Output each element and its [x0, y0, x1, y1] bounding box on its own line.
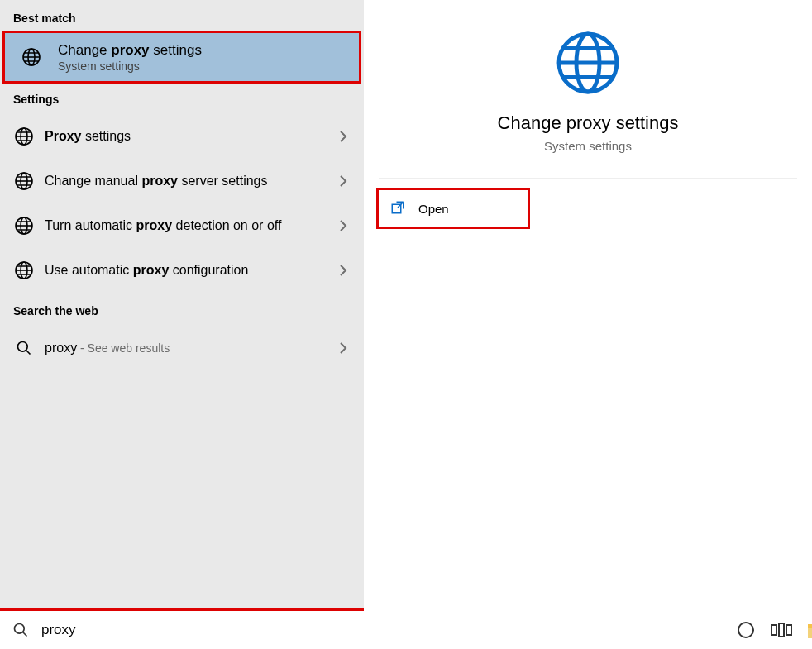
taskbar: DELL W	[728, 611, 812, 649]
settings-item-label: Proxy settings	[45, 129, 336, 144]
chevron-right-icon	[336, 263, 351, 278]
globe-icon	[13, 260, 35, 281]
file-explorer-icon[interactable]	[807, 618, 812, 642]
settings-item-label: Change manual proxy server settings	[45, 174, 336, 188]
task-view-icon[interactable]	[771, 618, 792, 642]
preview-panel: Change proxy settings System settings Op…	[364, 0, 812, 649]
best-match-subtitle: System settings	[58, 60, 202, 73]
svg-rect-25	[779, 623, 784, 637]
search-icon	[10, 619, 31, 641]
globe-icon	[13, 215, 35, 236]
chevron-right-icon	[336, 174, 351, 188]
globe-icon	[13, 170, 35, 192]
search-box[interactable]	[0, 611, 364, 649]
settings-item-manual-proxy[interactable]: Change manual proxy server settings	[0, 159, 364, 203]
settings-item-label: Turn automatic proxy detection on or off	[45, 217, 336, 235]
chevron-right-icon	[336, 341, 351, 356]
open-label: Open	[418, 202, 449, 216]
chevron-right-icon	[336, 129, 351, 144]
web-search-label: proxy - See web results	[45, 341, 336, 356]
cortana-circle-icon[interactable]	[736, 618, 756, 642]
globe-icon	[13, 126, 35, 147]
svg-point-23	[738, 623, 753, 637]
globe-icon	[553, 28, 623, 98]
preview-subtitle: System settings	[387, 139, 789, 153]
settings-item-auto-config[interactable]: Use automatic proxy configuration	[0, 248, 364, 293]
svg-point-17	[15, 624, 25, 634]
settings-item-proxy-settings[interactable]: Proxy settings	[0, 114, 364, 159]
search-input[interactable]	[35, 617, 354, 643]
settings-item-auto-detection[interactable]: Turn automatic proxy detection on or off	[0, 203, 364, 248]
svg-line-18	[23, 632, 27, 637]
search-web-header: Search the web	[0, 293, 364, 326]
best-match-result[interactable]: Change proxy settings System settings	[5, 33, 359, 81]
preview-card: Change proxy settings System settings	[379, 12, 797, 179]
svg-line-16	[26, 351, 31, 355]
best-match-title: Change proxy settings	[58, 41, 202, 60]
svg-rect-26	[786, 625, 791, 635]
open-icon	[390, 200, 407, 217]
settings-item-label: Use automatic proxy configuration	[45, 263, 336, 278]
web-search-item[interactable]: proxy - See web results	[0, 326, 364, 370]
svg-point-15	[18, 342, 28, 352]
settings-header: Settings	[0, 81, 364, 114]
preview-title: Change proxy settings	[387, 112, 789, 134]
search-icon	[13, 337, 35, 359]
chevron-right-icon	[336, 218, 351, 233]
open-button[interactable]: Open	[379, 190, 528, 227]
svg-rect-27	[808, 628, 812, 638]
svg-rect-24	[771, 625, 776, 635]
search-results-panel: Best match Change proxy settings System …	[0, 0, 364, 649]
best-match-header: Best match	[0, 0, 364, 33]
globe-icon	[17, 42, 46, 72]
